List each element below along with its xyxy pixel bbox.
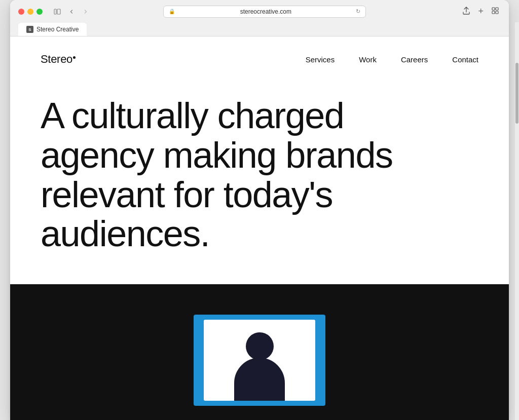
- sidebar-toggle-button[interactable]: [52, 6, 63, 17]
- svg-rect-3: [496, 8, 498, 10]
- nav-careers[interactable]: Careers: [401, 55, 428, 64]
- nav-services[interactable]: Services: [306, 55, 335, 64]
- url-text: stereocreative.com: [178, 8, 354, 15]
- close-button[interactable]: [18, 9, 24, 15]
- tab-title: Stereo Creative: [36, 26, 79, 33]
- maximize-button[interactable]: [36, 9, 43, 15]
- svg-rect-2: [492, 8, 495, 10]
- browser-window: 🔒 stereocreative.com ↻ +: [10, 0, 509, 420]
- browser-chrome: 🔒 stereocreative.com ↻ +: [10, 0, 509, 36]
- svg-rect-1: [57, 9, 60, 14]
- nav-work[interactable]: Work: [359, 55, 377, 64]
- address-bar-row: 🔒 stereocreative.com ↻ +: [97, 5, 501, 18]
- new-tab-button[interactable]: +: [476, 5, 486, 18]
- back-button[interactable]: [66, 6, 77, 17]
- site-logo[interactable]: Stereo: [41, 53, 76, 66]
- nav-links: Services Work Careers Contact: [306, 55, 478, 64]
- share-button[interactable]: [461, 6, 472, 17]
- card-preview: [194, 315, 325, 406]
- dark-section: [10, 284, 509, 420]
- extensions-button[interactable]: [490, 6, 501, 17]
- svg-rect-0: [54, 9, 56, 14]
- security-icon: 🔒: [169, 9, 175, 14]
- traffic-lights: [18, 9, 43, 15]
- reload-icon: ↻: [356, 8, 360, 15]
- browser-actions: +: [461, 5, 501, 18]
- window-controls: [52, 6, 91, 17]
- card-inner: [204, 320, 315, 401]
- hero-section: A culturally charged agency making brand…: [10, 76, 509, 284]
- minimize-button[interactable]: [27, 9, 33, 15]
- active-tab[interactable]: S Stereo Creative: [18, 23, 87, 36]
- browser-titlebar: 🔒 stereocreative.com ↻ +: [18, 5, 501, 18]
- logo-dot: [73, 56, 76, 59]
- svg-rect-4: [492, 11, 495, 14]
- hero-headline: A culturally charged agency making brand…: [41, 96, 426, 254]
- tabs-row: S Stereo Creative: [18, 22, 501, 36]
- site-navigation: Stereo Services Work Careers Contact: [10, 36, 509, 76]
- tab-favicon: S: [26, 26, 33, 33]
- forward-button[interactable]: [80, 6, 91, 17]
- website-content: Stereo Services Work Careers Contact A c…: [10, 36, 509, 420]
- svg-rect-5: [496, 11, 498, 14]
- nav-contact[interactable]: Contact: [452, 55, 478, 64]
- address-bar[interactable]: 🔒 stereocreative.com ↻: [163, 6, 366, 18]
